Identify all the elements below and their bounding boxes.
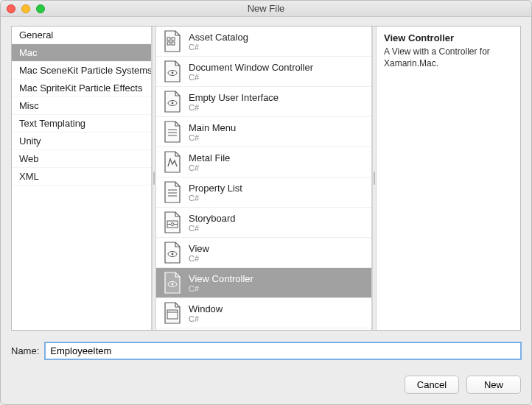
new-button[interactable]: New (466, 376, 521, 394)
template-label: Window (189, 303, 223, 314)
template-label: Asset Catalog (189, 32, 248, 43)
template-label: View (189, 243, 209, 254)
content-area: GeneralMacMac SceneKit Particle SystemsM… (1, 17, 531, 404)
new-file-dialog: New File GeneralMacMac SceneKit Particle… (0, 0, 532, 405)
template-item[interactable]: Empty User InterfaceC# (156, 87, 371, 117)
grid-icon (162, 29, 183, 53)
template-item[interactable]: ViewC# (156, 238, 371, 268)
template-label: Property List (189, 183, 242, 194)
detail-title: View Controller (384, 32, 513, 43)
svg-point-5 (172, 72, 174, 74)
template-label: Metal File (189, 152, 230, 163)
name-input[interactable] (45, 342, 521, 359)
template-label: Storyboard (189, 213, 236, 224)
template-subtitle: C# (189, 314, 223, 323)
template-item[interactable]: WindowC# (156, 298, 371, 328)
category-item[interactable]: Text Templating (12, 115, 151, 133)
window-icon (162, 301, 183, 325)
template-subtitle: C# (189, 284, 253, 293)
storyboard-icon (162, 211, 183, 234)
list-icon (162, 180, 183, 204)
eye-icon (162, 60, 183, 83)
template-item[interactable]: Main MenuC# (156, 117, 371, 147)
window-title: New File (1, 3, 531, 14)
category-item[interactable]: General (12, 27, 151, 44)
template-subtitle: C# (189, 43, 248, 52)
template-label: View Controller (189, 273, 253, 284)
category-item[interactable]: Unity (12, 133, 151, 150)
template-label: Empty User Interface (189, 92, 279, 103)
template-item[interactable]: Metal FileC# (156, 147, 371, 177)
svg-point-7 (172, 102, 174, 105)
template-label: Main Menu (189, 122, 236, 133)
eye-icon (162, 271, 183, 295)
template-list[interactable]: Asset CatalogC#Document Window Controlle… (156, 27, 372, 330)
category-item[interactable]: Mac SceneKit Particle Systems (12, 62, 151, 80)
template-subtitle: C# (189, 254, 209, 263)
template-subtitle: C# (189, 224, 236, 233)
template-item[interactable]: Property ListC# (156, 177, 371, 208)
template-label: Document Window Controller (189, 62, 313, 73)
template-item[interactable]: Document Window ControllerC# (156, 57, 371, 87)
template-item[interactable]: Asset CatalogC# (156, 27, 371, 57)
detail-pane: View Controller A View with a Controller… (377, 27, 520, 330)
template-subtitle: C# (189, 194, 242, 202)
panes: GeneralMacMac SceneKit Particle SystemsM… (11, 26, 521, 331)
category-item[interactable]: Mac (12, 44, 151, 62)
template-item[interactable]: StoryboardC# (156, 208, 371, 238)
template-subtitle: C# (189, 103, 279, 112)
titlebar: New File (1, 1, 531, 17)
category-item[interactable]: Web (12, 150, 151, 168)
list-icon (162, 120, 183, 144)
eye-icon (162, 241, 183, 264)
category-item[interactable]: Misc (12, 97, 151, 115)
cancel-button[interactable]: Cancel (405, 376, 459, 394)
category-item[interactable]: Mac SpriteKit Particle Effects (12, 80, 151, 97)
button-row: Cancel New (11, 376, 521, 394)
metal-icon (162, 150, 183, 174)
eye-icon (162, 90, 183, 113)
detail-description: A View with a Controller for Xamarin.Mac… (384, 46, 513, 69)
template-subtitle: C# (189, 133, 236, 142)
category-item[interactable]: XML (12, 168, 151, 186)
svg-point-21 (172, 284, 174, 286)
category-list[interactable]: GeneralMacMac SceneKit Particle SystemsM… (12, 27, 152, 330)
template-item[interactable]: View ControllerC# (156, 268, 371, 298)
name-row: Name: (11, 342, 521, 359)
template-subtitle: C# (189, 73, 313, 82)
svg-point-19 (172, 253, 174, 256)
template-subtitle: C# (189, 163, 230, 172)
name-label: Name: (11, 345, 39, 356)
